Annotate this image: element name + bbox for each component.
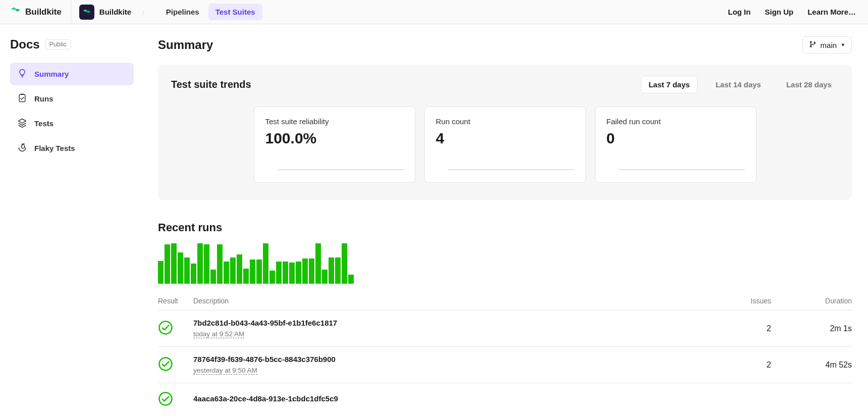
signup-link[interactable]: Sign Up <box>765 8 793 16</box>
chart-bar <box>263 243 268 284</box>
table-row[interactable]: 7bd2c81d-b043-4a43-95bf-e1b1fe6c1817 tod… <box>158 310 852 347</box>
sidebar-item-summary[interactable]: Summary <box>10 63 134 85</box>
flame-icon <box>17 142 27 154</box>
login-link[interactable]: Log In <box>728 8 750 16</box>
nav-pipelines[interactable]: Pipelines <box>159 4 206 20</box>
card-value: 100.0% <box>265 130 404 147</box>
svg-point-5 <box>159 358 172 371</box>
card-label: Run count <box>436 117 574 126</box>
git-branch-icon <box>809 40 817 49</box>
chart-bar <box>204 244 209 284</box>
branch-selector[interactable]: main ▼ <box>802 36 852 54</box>
result-pass-icon <box>158 391 193 408</box>
nav-test-suites[interactable]: Test Suites <box>208 4 262 20</box>
learn-more-link[interactable]: Learn More… <box>807 8 856 16</box>
chart-bar <box>276 262 282 284</box>
chart-bar <box>230 257 236 284</box>
sidebar: Docs Public Summary Runs Tests <box>0 24 144 160</box>
svg-point-4 <box>159 322 172 334</box>
chart-bar <box>197 243 203 284</box>
sidebar-item-runs[interactable]: Runs <box>10 87 134 110</box>
svg-rect-0 <box>19 94 25 101</box>
chart-bar <box>335 257 341 284</box>
visibility-badge: Public <box>45 39 71 49</box>
chart-bar <box>224 262 229 284</box>
run-id: 78764f39-f639-4876-b5cc-8843c376b900 <box>193 355 700 363</box>
chart-bar <box>158 261 164 284</box>
sidebar-item-flaky[interactable]: Flaky Tests <box>10 137 134 160</box>
sidebar-label: Flaky Tests <box>34 144 75 152</box>
range-tabs: Last 7 days Last 14 days Last 28 days <box>641 76 839 93</box>
chart-bar <box>165 244 170 284</box>
card-value: 0 <box>607 130 745 147</box>
trends-panel: Test suite trends Last 7 days Last 14 da… <box>158 65 852 200</box>
brand-logo[interactable]: Buildkite <box>0 0 71 24</box>
range-7d[interactable]: Last 7 days <box>641 76 697 93</box>
run-duration: 4m 52s <box>771 360 852 370</box>
clipboard-check-icon <box>17 93 27 105</box>
recent-runs: Recent runs Result Description Issues Du… <box>158 221 852 416</box>
card-reliability: Test suite reliability 100.0% <box>254 107 415 183</box>
chart-bar <box>309 258 314 284</box>
card-value: 4 <box>436 130 574 147</box>
run-time: yesterday at 9:50 AM <box>193 367 257 375</box>
chart-bar <box>191 264 196 284</box>
chart-bar <box>289 263 295 284</box>
sidebar-label: Summary <box>34 70 69 78</box>
chart-bar <box>342 243 347 284</box>
table-row[interactable]: 4aaca63a-20ce-4d8a-913e-1cbdc1dfc5c9 <box>158 383 852 416</box>
table-row[interactable]: 78764f39-f639-4876-b5cc-8843c376b900 yes… <box>158 347 852 383</box>
sparkline-placeholder <box>448 169 574 170</box>
svg-point-1 <box>810 41 811 43</box>
run-id: 4aaca63a-20ce-4d8a-913e-1cbdc1dfc5c9 <box>193 394 700 403</box>
card-label: Failed run count <box>607 117 745 126</box>
brand-name: Buildkite <box>25 7 62 17</box>
col-result: Result <box>158 297 193 305</box>
card-label: Test suite reliability <box>265 117 404 126</box>
branch-name: main <box>821 41 837 49</box>
page-title: Summary <box>158 38 213 52</box>
chart-bar <box>269 271 275 284</box>
chart-bar <box>217 244 223 284</box>
run-issues: 2 <box>700 324 771 333</box>
col-duration: Duration <box>771 297 852 305</box>
org-name: Buildkite <box>99 8 131 16</box>
org-crumb[interactable]: Buildkite <box>71 0 142 24</box>
sparkline-placeholder <box>278 169 404 170</box>
chart-bar <box>243 269 249 284</box>
chart-bar <box>296 262 301 284</box>
chart-bar <box>302 258 308 284</box>
chart-bar <box>237 254 242 284</box>
chart-bar <box>250 259 255 284</box>
run-issues: 2 <box>700 360 771 370</box>
recent-runs-chart <box>158 243 852 284</box>
topbar: Buildkite Buildkite › Pipelines Test Sui… <box>0 0 868 24</box>
chart-bar <box>256 259 262 284</box>
col-issues: Issues <box>700 297 771 305</box>
chart-bar <box>283 262 288 284</box>
trends-title: Test suite trends <box>171 79 251 90</box>
chart-bar <box>171 243 177 284</box>
range-14d[interactable]: Last 14 days <box>709 76 768 93</box>
chart-bar <box>329 257 334 284</box>
runs-table-header: Result Description Issues Duration <box>158 297 852 310</box>
chart-bar <box>210 270 216 284</box>
run-duration: 2m 1s <box>771 324 852 333</box>
svg-point-6 <box>159 393 172 405</box>
top-right-nav: Log In Sign Up Learn More… <box>728 0 868 24</box>
result-pass-icon <box>158 320 193 337</box>
chart-bar <box>178 252 183 284</box>
lightbulb-icon <box>17 68 27 80</box>
range-28d[interactable]: Last 28 days <box>779 76 839 93</box>
chevron-down-icon: ▼ <box>841 42 845 47</box>
sidebar-label: Runs <box>34 94 53 103</box>
run-time: today at 9:52 AM <box>193 330 244 338</box>
sidebar-item-tests[interactable]: Tests <box>10 112 134 135</box>
chart-bar <box>348 275 354 284</box>
card-runcount: Run count 4 <box>424 107 586 183</box>
chart-bar <box>322 270 328 284</box>
sparkline-placeholder <box>619 169 745 170</box>
card-failed: Failed run count 0 <box>595 107 756 183</box>
main: Summary main ▼ Test suite trends Last 7 … <box>144 24 868 417</box>
result-pass-icon <box>158 356 193 373</box>
